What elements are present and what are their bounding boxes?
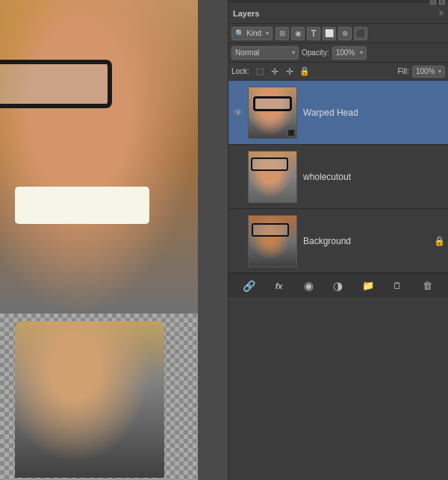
- layer-item-background[interactable]: 👁 Background 🔒: [228, 209, 448, 273]
- layer-thumb-warped-head: [248, 87, 297, 139]
- kind-filter-dropdown[interactable]: 🔍 Kind ▾: [231, 27, 273, 40]
- blend-mode-arrow: ▾: [292, 49, 295, 56]
- lock-image-btn[interactable]: ✛: [269, 66, 281, 78]
- filter-pixel-btn[interactable]: ⊞: [276, 27, 289, 40]
- fill-label: Fill:: [397, 67, 409, 75]
- thumb3-glasses: [252, 223, 289, 237]
- face-simulation: [0, 0, 198, 314]
- layer-name-warped-head: Warped Head: [300, 107, 445, 118]
- main-canvas: [0, 0, 198, 480]
- layer-item-warped-head[interactable]: 👁 Warped Head: [228, 81, 448, 145]
- layer-thumb-wholecutout: [248, 151, 297, 203]
- thumb-glasses-warp: [253, 96, 292, 111]
- opacity-value: 100%: [336, 49, 358, 57]
- layer-name-wholecutout: wholecutout: [300, 172, 445, 182]
- blend-mode-row: Normal ▾ Opacity: 100% ▾: [228, 43, 448, 63]
- layers-list: 👁 Warped Head 👁 wholecutout 👁: [228, 81, 448, 273]
- opacity-arrow: ▾: [360, 49, 363, 56]
- filter-icons: ⊞ ◉ T ⬜ ⊕ ⬛: [276, 27, 367, 40]
- kind-dropdown-arrow: ▾: [266, 30, 269, 37]
- actions-bar: 🔗 fx ◉ ◑ 📁 🗒 🗑: [228, 273, 448, 297]
- new-group-btn[interactable]: 📁: [360, 278, 376, 294]
- background-lock-icon: 🔒: [434, 236, 445, 246]
- layers-panel: Layers ≡ 🔍 Kind ▾ ⊞ ◉ T ⬜ ⊕ ⬛ Normal ▾ O…: [228, 0, 448, 480]
- layer-styles-btn[interactable]: fx: [271, 278, 287, 294]
- canvas-face-bg: [0, 0, 198, 314]
- lock-all-btn[interactable]: 🔒: [299, 66, 311, 78]
- layer-name-background: Background: [300, 236, 431, 246]
- filter-text-btn[interactable]: T: [307, 27, 320, 40]
- lock-row: Lock: ⬚ ✛ ✛ 🔒 Fill: 100% ▾: [228, 63, 448, 81]
- link-layers-btn[interactable]: 🔗: [241, 278, 258, 294]
- layer-item-wholecutout[interactable]: 👁 wholecutout: [228, 145, 448, 209]
- search-icon: 🔍: [235, 29, 244, 37]
- layer-visibility-background[interactable]: 👁: [231, 235, 245, 247]
- lock-position-btn[interactable]: ✛: [284, 66, 296, 78]
- panel-header-icons: ≡: [439, 9, 444, 17]
- blend-mode-dropdown[interactable]: Normal ▾: [231, 46, 299, 60]
- layer-visibility-warped-head[interactable]: 👁: [231, 107, 245, 119]
- filter-shape-btn[interactable]: ⬜: [323, 27, 336, 40]
- glasses-overlay: [0, 60, 142, 119]
- teeth-area: [15, 187, 149, 224]
- fill-value: 100%: [416, 67, 437, 75]
- canvas-top: [0, 0, 198, 314]
- lock-label: Lock:: [231, 67, 249, 75]
- opacity-field[interactable]: 100% ▾: [332, 46, 367, 60]
- blend-mode-value: Normal: [235, 49, 290, 57]
- adjustment-layer-btn[interactable]: ◑: [330, 278, 346, 294]
- resize-handle-1[interactable]: [430, 0, 436, 4]
- filter-color-btn[interactable]: ⬛: [354, 27, 367, 40]
- glasses-frame: [0, 60, 112, 108]
- panel-menu-icon[interactable]: ≡: [439, 9, 444, 17]
- layer-thumb-background: [248, 215, 297, 267]
- filter-row: 🔍 Kind ▾ ⊞ ◉ T ⬜ ⊕ ⬛: [228, 24, 448, 43]
- canvas-bottom: [0, 314, 198, 480]
- layer-visibility-wholecutout[interactable]: 👁: [231, 171, 245, 183]
- layer-mask-btn[interactable]: ◉: [300, 278, 317, 294]
- new-layer-btn[interactable]: 🗒: [389, 278, 405, 294]
- delete-layer-btn[interactable]: 🗑: [419, 278, 435, 294]
- thumb-mask-warp: [287, 129, 295, 137]
- bottom-person: [15, 321, 164, 478]
- opacity-label: Opacity:: [302, 49, 329, 57]
- resize-handle-2[interactable]: [439, 0, 445, 4]
- kind-filter-label: Kind: [246, 29, 264, 37]
- thumb2-glasses: [251, 158, 288, 171]
- lock-transparent-btn[interactable]: ⬚: [254, 66, 266, 78]
- filter-smartobj-btn[interactable]: ⊕: [338, 27, 352, 40]
- panel-title: Layers: [233, 9, 259, 18]
- fill-field[interactable]: 100% ▾: [412, 66, 445, 78]
- canvas-bottom-content: [0, 314, 198, 480]
- fill-arrow: ▾: [438, 68, 441, 75]
- panel-header: Layers ≡: [228, 3, 448, 24]
- filter-adjustment-btn[interactable]: ◉: [291, 27, 305, 40]
